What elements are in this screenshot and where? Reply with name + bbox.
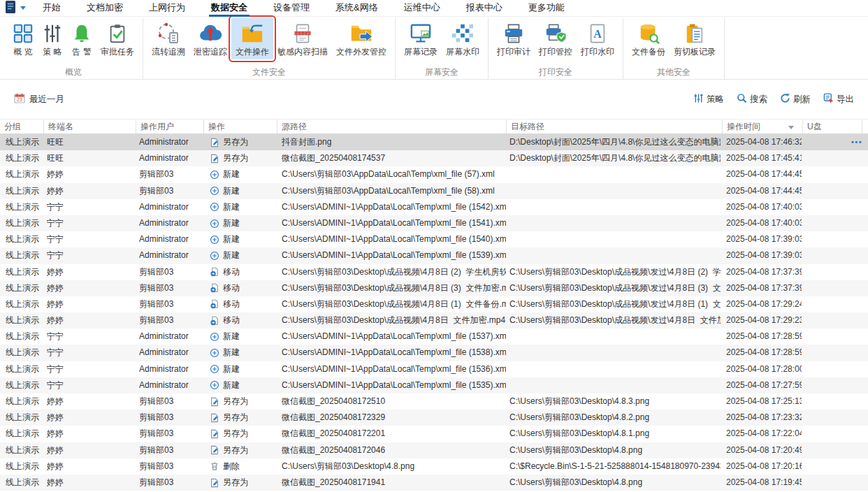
table-row[interactable]: 线上演示婷婷剪辑部03移动C:\Users\剪辑部03\Desktop\成品视频… [0, 312, 868, 328]
table-row[interactable]: 线上演示宁宁Administrator新建C:\Users\ADMINI~1\A… [0, 247, 868, 263]
cell-source-path: 微信截图_20250408172046 [282, 442, 506, 458]
cell-user: Administrator [139, 199, 203, 215]
cell-usb [806, 280, 860, 296]
ribbon-item-approval[interactable]: 审批任务 [96, 18, 138, 59]
ribbon-item-print-watermark[interactable]: A 打印水印 [577, 18, 619, 59]
cell-target-path: C:\Users\剪辑部03\Desktop\成品视频\发过\4月8日 文件加.… [509, 312, 721, 328]
search-icon [737, 93, 747, 106]
cell-target-path [509, 377, 721, 393]
ribbon-item-flow-trace[interactable]: 流转追溯 [147, 18, 189, 59]
ribbon-group-label: 打印安全 [539, 67, 572, 77]
table-row[interactable]: 线上演示婷婷剪辑部03移动C:\Users\剪辑部03\Desktop\成品视频… [0, 296, 868, 312]
new-icon [210, 364, 219, 374]
cell-usb [806, 312, 860, 328]
time-filter-dropdown[interactable] [788, 126, 794, 129]
table-row[interactable]: 线上演示婷婷剪辑部03另存为微信截图_20250408172046C:\User… [0, 442, 868, 458]
cell-time: 2025-04-08 17:22:04 [726, 426, 802, 442]
table-row[interactable]: 线上演示婷婷剪辑部03另存为微信截图_20250408172510C:\User… [0, 393, 868, 410]
export-button[interactable]: 导出 [823, 93, 854, 106]
table-row[interactable]: 线上演示宁宁Administrator新建C:\Users\ADMINI~1\A… [0, 377, 868, 393]
tab-ops-center[interactable]: 运维中心 [404, 0, 440, 17]
cell-action: 另存为 [210, 426, 277, 442]
tab-system-network[interactable]: 系统&网络 [335, 0, 378, 17]
date-range-filter[interactable]: 23 最近一月 [14, 93, 64, 106]
cell-user: 剪辑部03 [139, 393, 203, 410]
ribbon-item-overview[interactable]: 概 览 [8, 18, 38, 59]
column-header-action[interactable]: 操作 [204, 120, 277, 133]
table-row[interactable]: 线上演示宁宁Administrator新建C:\Users\ADMINI~1\A… [0, 231, 868, 247]
table-row[interactable]: 线上演示宁宁Administrator新建C:\Users\ADMINI~1\A… [0, 328, 868, 345]
table-row[interactable]: 线上演示宁宁Administrator新建C:\Users\ADMINI~1\A… [0, 361, 868, 377]
tab-web-behavior[interactable]: 上网行为 [149, 0, 185, 17]
cell-group: 线上演示 [6, 134, 43, 150]
column-header-target-path[interactable]: 目标路径 [507, 120, 723, 133]
column-header-usb[interactable]: U盘 [803, 120, 862, 133]
app-menu-button[interactable] [6, 1, 26, 16]
ribbon-item-file-backup[interactable]: 文件备份 [628, 18, 670, 59]
column-header-terminal[interactable]: 终端名 [44, 120, 136, 133]
cell-terminal: 宁宁 [47, 247, 135, 263]
cell-source-path: C:\Users\ADMINI~1\AppData\Local\Temp\xml… [282, 247, 506, 263]
table-row[interactable]: 线上演示婷婷剪辑部03另存为微信截图_20250408171941C:\User… [0, 475, 868, 491]
row-actions-ellipsis[interactable]: ••• [851, 134, 862, 150]
tab-start[interactable]: 开始 [43, 0, 61, 17]
tab-data-security[interactable]: 数据安全 [211, 0, 247, 17]
cell-group: 线上演示 [6, 442, 43, 458]
column-header-time[interactable]: 操作时间 [723, 120, 803, 133]
cell-usb [806, 166, 860, 182]
table-row[interactable]: 线上演示婷婷剪辑部03删除C:\Users\剪辑部03\Desktop\4.8.… [0, 458, 868, 475]
document-scan-icon [292, 21, 313, 45]
cell-user: 剪辑部03 [139, 166, 203, 182]
tab-report-center[interactable]: 报表中心 [466, 0, 502, 17]
ribbon-item-print-audit[interactable]: 打印审计 [493, 18, 535, 59]
cell-time: 2025-04-08 17:20:16 [726, 458, 802, 475]
ribbon-item-screen-record[interactable]: 屏幕记录 [400, 18, 442, 59]
cell-user: 剪辑部03 [139, 475, 203, 491]
table-row[interactable]: 线上演示宁宁Administrator新建C:\Users\ADMINI~1\A… [0, 199, 868, 215]
cell-time: 2025-04-08 17:44:45 [726, 183, 802, 199]
table-row[interactable]: 线上演示婷婷剪辑部03移动C:\Users\剪辑部03\Desktop\成品视频… [0, 264, 868, 280]
table-row[interactable]: 线上演示宁宁Administrator新建C:\Users\ADMINI~1\A… [0, 345, 868, 361]
table-row[interactable]: 线上演示婷婷剪辑部03移动C:\Users\剪辑部03\Desktop\成品视频… [0, 280, 868, 296]
policy-button[interactable]: 策略 [693, 93, 724, 106]
ribbon-item-screen-watermark[interactable]: 屏幕水印 [442, 18, 484, 59]
table-row[interactable]: 线上演示旺旺Administrator另存为微信截图_2025040817453… [0, 150, 868, 166]
cell-terminal: 宁宁 [47, 215, 135, 231]
column-header-group[interactable]: 分组 [0, 120, 44, 133]
column-header-source-path[interactable]: 源路径 [277, 120, 507, 133]
tab-doc-encrypt[interactable]: 文档加密 [87, 0, 123, 17]
cell-usb [806, 215, 860, 231]
table-row[interactable]: 线上演示旺旺Administrator另存为抖音封面.pngD:\Desktop… [0, 134, 868, 150]
ribbon-item-clipboard-record[interactable]: 剪切板记录 [670, 18, 720, 59]
table-row[interactable]: 线上演示婷婷剪辑部03新建C:\Users\剪辑部03\AppData\Loca… [0, 166, 868, 182]
ribbon-item-policy[interactable]: 策 略 [38, 18, 67, 59]
ribbon-item-leak-trace[interactable]: 泄密追踪 [189, 18, 231, 59]
cell-target-path: C:\Users\剪辑部03\Desktop\成品视频\发过\4月8日 (2) … [509, 264, 721, 280]
table-row[interactable]: 线上演示宁宁Administrator新建C:\Users\ADMINI~1\A… [0, 215, 868, 231]
ribbon-item-print-control[interactable]: 打印管控 [535, 18, 577, 59]
ribbon-item-sensitive-scan[interactable]: 敏感内容扫描 [273, 18, 332, 59]
cell-source-path: 微信截图_20250408174537 [282, 150, 506, 166]
table-row[interactable]: 线上演示婷婷剪辑部03新建C:\Users\剪辑部03\AppData\Loca… [0, 183, 868, 199]
cell-target-path [509, 247, 721, 263]
cell-action: 新建 [210, 361, 277, 377]
cell-user: Administrator [139, 345, 203, 361]
refresh-button[interactable]: 刷新 [780, 93, 811, 106]
tab-more[interactable]: 更多功能 [528, 0, 565, 17]
cell-action: 移动 [210, 312, 277, 328]
saveas-icon [210, 413, 219, 423]
cell-source-path: 微信截图_20250408172201 [282, 426, 506, 442]
cell-terminal: 婷婷 [47, 442, 135, 458]
column-header-user[interactable]: 操作用户 [136, 120, 204, 133]
ribbon-group-label: 其他安全 [657, 67, 690, 77]
tab-device-mgmt[interactable]: 设备管理 [273, 0, 310, 17]
ribbon-item-file-operations[interactable]: 文件操作 [231, 18, 273, 59]
ribbon-item-alert[interactable]: 告 警 [67, 18, 96, 59]
cell-time: 2025-04-08 17:44:45 [726, 166, 802, 182]
search-button[interactable]: 搜索 [737, 93, 767, 106]
table-row[interactable]: 线上演示婷婷剪辑部03另存为微信截图_20250408172329C:\User… [0, 410, 868, 426]
ribbon-item-file-outgoing-control[interactable]: 文件外发管控 [332, 18, 391, 59]
cell-usb [806, 231, 860, 247]
cell-group: 线上演示 [6, 377, 43, 393]
table-row[interactable]: 线上演示婷婷剪辑部03另存为微信截图_20250408172201C:\User… [0, 426, 868, 442]
